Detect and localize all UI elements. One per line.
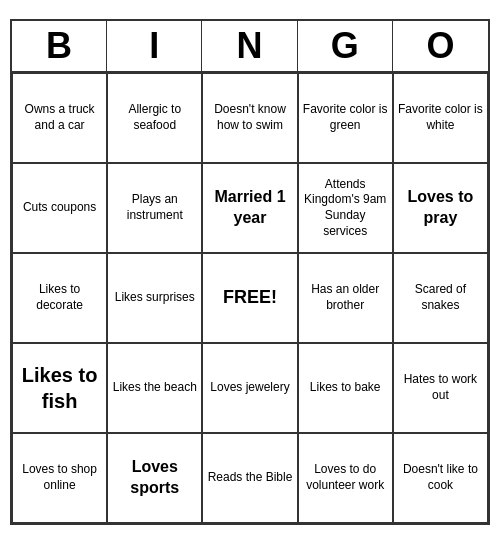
bingo-cell-7: Married 1 year	[202, 163, 297, 253]
bingo-letter-g: G	[298, 21, 393, 71]
bingo-cell-17: Loves jewelery	[202, 343, 297, 433]
bingo-cell-23: Loves to do volunteer work	[298, 433, 393, 523]
bingo-cell-2: Doesn't know how to swim	[202, 73, 297, 163]
bingo-header: BINGO	[12, 21, 488, 73]
bingo-cell-0: Owns a truck and a car	[12, 73, 107, 163]
bingo-letter-b: B	[12, 21, 107, 71]
bingo-cell-9: Loves to pray	[393, 163, 488, 253]
bingo-cell-18: Likes to bake	[298, 343, 393, 433]
bingo-cell-1: Allergic to seafood	[107, 73, 202, 163]
bingo-letter-i: I	[107, 21, 202, 71]
bingo-letter-n: N	[202, 21, 297, 71]
bingo-cell-21: Loves sports	[107, 433, 202, 523]
bingo-cell-8: Attends Kingdom's 9am Sunday services	[298, 163, 393, 253]
bingo-cell-22: Reads the Bible	[202, 433, 297, 523]
bingo-grid: Owns a truck and a carAllergic to seafoo…	[12, 73, 488, 523]
bingo-cell-14: Scared of snakes	[393, 253, 488, 343]
bingo-cell-12: FREE!	[202, 253, 297, 343]
bingo-cell-4: Favorite color is white	[393, 73, 488, 163]
bingo-cell-10: Likes to decorate	[12, 253, 107, 343]
bingo-letter-o: O	[393, 21, 488, 71]
bingo-cell-11: Likes surprises	[107, 253, 202, 343]
bingo-cell-20: Loves to shop online	[12, 433, 107, 523]
bingo-cell-15: Likes to fish	[12, 343, 107, 433]
bingo-cell-24: Doesn't like to cook	[393, 433, 488, 523]
bingo-cell-13: Has an older brother	[298, 253, 393, 343]
bingo-card: BINGO Owns a truck and a carAllergic to …	[10, 19, 490, 525]
bingo-cell-6: Plays an instrument	[107, 163, 202, 253]
bingo-cell-19: Hates to work out	[393, 343, 488, 433]
bingo-cell-5: Cuts coupons	[12, 163, 107, 253]
bingo-cell-3: Favorite color is green	[298, 73, 393, 163]
bingo-cell-16: Likes the beach	[107, 343, 202, 433]
